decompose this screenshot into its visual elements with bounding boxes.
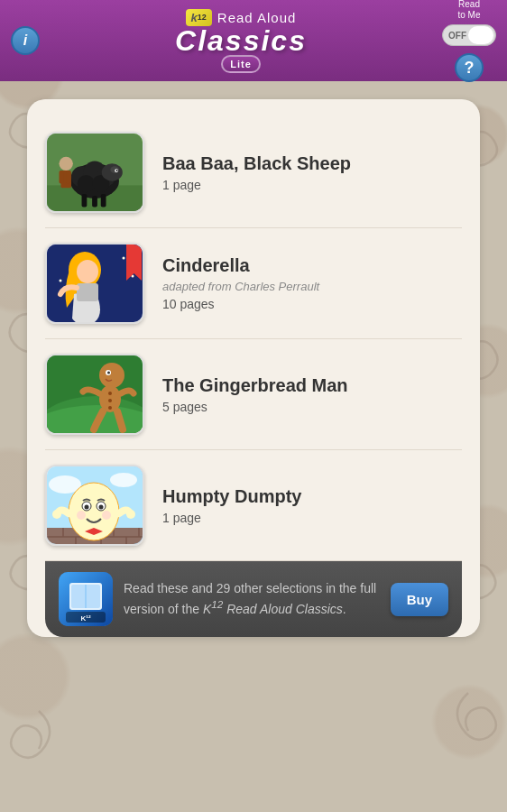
svg-point-57 bbox=[102, 511, 111, 520]
svg-text:K¹²: K¹² bbox=[80, 614, 90, 623]
book-title-cinderella: Cinderella bbox=[162, 255, 462, 276]
help-button[interactable]: ? bbox=[455, 53, 484, 82]
svg-point-56 bbox=[77, 511, 86, 520]
read-to-me-label: Readto Me bbox=[457, 0, 480, 21]
header-right-controls: Readto Me OFF ? bbox=[442, 0, 496, 82]
buy-button[interactable]: Buy bbox=[391, 583, 448, 616]
book-pages-baa: 1 page bbox=[162, 178, 462, 192]
promo-app-name: K12 Read Aloud Classics bbox=[203, 602, 343, 616]
svg-point-23 bbox=[60, 280, 62, 282]
gingerbread-illustration bbox=[47, 355, 144, 435]
app-logo: k 12 Read Aloud Classics Lite bbox=[40, 9, 442, 73]
k12-superscript: 12 bbox=[198, 13, 207, 22]
toggle-knob bbox=[468, 26, 493, 44]
svg-rect-12 bbox=[82, 194, 88, 207]
help-icon: ? bbox=[465, 59, 475, 78]
list-item[interactable]: Cinderella adapted from Charles Perrault… bbox=[45, 228, 462, 339]
book-subtitle-cinderella: adapted from Charles Perrault bbox=[162, 280, 462, 293]
svg-point-58 bbox=[52, 510, 61, 519]
books-card: Baa Baa, Black Sheep 1 page bbox=[27, 99, 480, 637]
promo-app-icon: K¹² bbox=[59, 572, 113, 626]
cinderella-illustration bbox=[47, 245, 144, 324]
svg-point-26 bbox=[77, 260, 98, 283]
svg-point-37 bbox=[108, 406, 112, 410]
classics-label: Classics bbox=[175, 26, 307, 55]
svg-point-40 bbox=[110, 473, 137, 487]
book-title-baa: Baa Baa, Black Sheep bbox=[162, 153, 462, 174]
info-button[interactable]: i bbox=[11, 26, 40, 55]
svg-point-21 bbox=[123, 257, 125, 260]
svg-point-55 bbox=[99, 505, 104, 510]
svg-point-11 bbox=[116, 170, 118, 171]
book-info-baa: Baa Baa, Black Sheep 1 page bbox=[162, 153, 462, 192]
baa-baa-illustration bbox=[47, 132, 143, 213]
book-title-gingerbread: The Gingerbread Man bbox=[162, 375, 462, 396]
k12-k-letter: k bbox=[191, 11, 198, 24]
promo-bar: K¹² Read these and 29 other selections i… bbox=[45, 561, 462, 637]
book-thumbnail-humpty bbox=[45, 465, 144, 546]
svg-point-31 bbox=[99, 363, 124, 388]
toggle-off-label: OFF bbox=[448, 31, 466, 41]
promo-icon: K¹² bbox=[59, 572, 113, 626]
svg-point-15 bbox=[59, 157, 72, 171]
book-thumbnail-gingerbread bbox=[45, 354, 144, 435]
header: i k 12 Read Aloud Classics Lite Readto M… bbox=[0, 0, 507, 81]
book-pages-gingerbread: 5 pages bbox=[162, 400, 462, 414]
book-info-cinderella: Cinderella adapted from Charles Perrault… bbox=[162, 255, 462, 311]
svg-rect-18 bbox=[66, 171, 70, 183]
book-thumbnail-baa bbox=[45, 132, 144, 213]
book-pages-cinderella: 10 pages bbox=[162, 297, 462, 311]
k12-badge: k 12 bbox=[186, 9, 212, 26]
read-aloud-label: Read Aloud bbox=[217, 10, 297, 25]
book-thumbnail-cinderella bbox=[45, 243, 144, 324]
book-info-humpty: Humpty Dumpty 1 page bbox=[162, 486, 462, 525]
book-title-humpty: Humpty Dumpty bbox=[162, 486, 462, 507]
svg-point-33 bbox=[107, 372, 110, 374]
svg-rect-27 bbox=[77, 283, 98, 301]
lite-badge: Lite bbox=[221, 55, 261, 73]
svg-point-54 bbox=[85, 505, 89, 510]
promo-description: Read these and 29 other selections in th… bbox=[124, 580, 380, 619]
list-item[interactable]: The Gingerbread Man 5 pages bbox=[45, 339, 462, 450]
book-pages-humpty: 1 page bbox=[162, 511, 462, 525]
svg-rect-13 bbox=[92, 196, 97, 208]
svg-point-35 bbox=[108, 392, 112, 395]
svg-point-36 bbox=[108, 399, 112, 402]
svg-rect-14 bbox=[101, 194, 106, 207]
list-item[interactable]: Humpty Dumpty 1 page bbox=[45, 450, 462, 561]
svg-point-59 bbox=[126, 510, 135, 519]
humpty-illustration bbox=[47, 466, 144, 546]
book-info-gingerbread: The Gingerbread Man 5 pages bbox=[162, 375, 462, 414]
info-icon: i bbox=[23, 32, 27, 49]
read-to-me-toggle[interactable]: OFF bbox=[442, 24, 496, 46]
list-item[interactable]: Baa Baa, Black Sheep 1 page bbox=[45, 117, 462, 228]
main-content: Baa Baa, Black Sheep 1 page bbox=[0, 81, 507, 812]
svg-rect-17 bbox=[59, 171, 63, 183]
logo-top-row: k 12 Read Aloud bbox=[186, 9, 297, 26]
